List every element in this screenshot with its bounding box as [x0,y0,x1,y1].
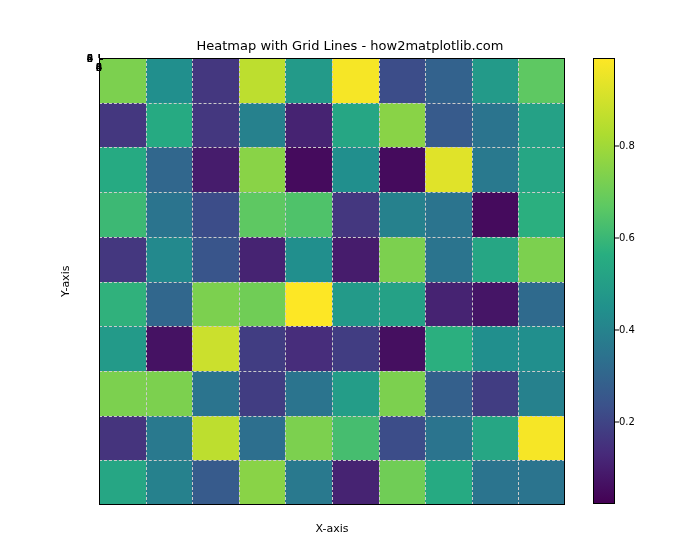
heatmap-cell [472,282,519,327]
heatmap-cell [239,192,286,237]
heatmap-cell [99,326,146,371]
heatmap-cell [239,326,286,371]
heatmap-cell [472,371,519,416]
heatmap-cell [332,237,379,282]
x-tick: 8 [96,58,102,73]
heatmap-cell [518,237,565,282]
colorbar-tick: 0.6 [619,232,635,243]
heatmap-cell [99,103,146,148]
heatmap-cell [472,416,519,461]
heatmap-cell [99,192,146,237]
heatmap-cell [425,282,472,327]
heatmap-cell [425,237,472,282]
heatmap-cell [146,282,193,327]
heatmap-cell [332,58,379,103]
heatmap-cell [99,147,146,192]
heatmap-cell [285,147,332,192]
heatmap-cell [146,460,193,505]
heatmap-cell [99,460,146,505]
heatmap-cells [99,58,565,505]
colorbar-tick: 0.4 [619,324,635,335]
heatmap-cell [146,192,193,237]
heatmap-cell [99,416,146,461]
heatmap-cell [192,282,239,327]
heatmap-cell [332,326,379,371]
heatmap-cell [425,103,472,148]
heatmap-cell [518,371,565,416]
heatmap-cell [146,147,193,192]
colorbar-tick: 0.2 [619,416,635,427]
heatmap-cell [518,192,565,237]
heatmap-cell [379,460,426,505]
heatmap-cell [379,103,426,148]
heatmap-cell [332,371,379,416]
heatmap-cell [239,147,286,192]
colorbar-tick: 0.8 [619,140,635,151]
heatmap-cell [285,416,332,461]
y-axis-label: Y-axis [59,58,73,505]
heatmap-cell [285,103,332,148]
heatmap-cell [425,326,472,371]
heatmap-cell [425,460,472,505]
x-axis-label: X-axis [99,522,565,535]
heatmap-cell [192,147,239,192]
heatmap-cell [285,326,332,371]
colorbar: 0.2 0.4 0.6 0.8 [593,58,615,504]
heatmap-cell [379,282,426,327]
heatmap-cell [285,237,332,282]
heatmap-cell [379,416,426,461]
heatmap-cell [239,58,286,103]
heatmap-cell [239,282,286,327]
heatmap-cell [146,416,193,461]
chart-title: Heatmap with Grid Lines - how2matplotlib… [0,38,700,53]
heatmap-cell [425,371,472,416]
heatmap-cell [332,460,379,505]
heatmap-cell [146,371,193,416]
heatmap-cell [472,147,519,192]
heatmap-cell [332,192,379,237]
heatmap-cell [518,416,565,461]
heatmap-cell [472,192,519,237]
heatmap-cell [425,147,472,192]
heatmap-cell [379,192,426,237]
heatmap-plot: 0 2 4 6 8 0 2 4 6 8 [99,58,565,505]
heatmap-cell [99,58,146,103]
heatmap-cell [379,326,426,371]
heatmap-cell [425,192,472,237]
heatmap-cell [285,58,332,103]
heatmap-cell [425,58,472,103]
heatmap-cell [146,326,193,371]
heatmap-cell [99,237,146,282]
heatmap-cell [285,282,332,327]
heatmap-cell [379,371,426,416]
heatmap-cell [518,326,565,371]
heatmap-cell [518,282,565,327]
heatmap-cell [192,58,239,103]
heatmap-cell [518,103,565,148]
heatmap-cell [332,282,379,327]
heatmap-cell [518,460,565,505]
heatmap-cell [192,371,239,416]
heatmap-cell [472,326,519,371]
heatmap-cell [239,103,286,148]
heatmap-cell [285,460,332,505]
heatmap-cell [379,58,426,103]
heatmap-cell [472,103,519,148]
heatmap-cell [379,237,426,282]
heatmap-cell [285,192,332,237]
heatmap-cell [239,371,286,416]
heatmap-cell [239,237,286,282]
heatmap-cell [192,326,239,371]
heatmap-cell [425,416,472,461]
heatmap-cell [332,416,379,461]
heatmap-cell [518,147,565,192]
heatmap-cell [285,371,332,416]
heatmap-cell [472,58,519,103]
colorbar-gradient [593,58,615,504]
heatmap-cell [472,237,519,282]
heatmap-cell [99,371,146,416]
heatmap-cell [192,192,239,237]
heatmap-cell [192,237,239,282]
heatmap-cell [518,58,565,103]
heatmap-cell [192,416,239,461]
